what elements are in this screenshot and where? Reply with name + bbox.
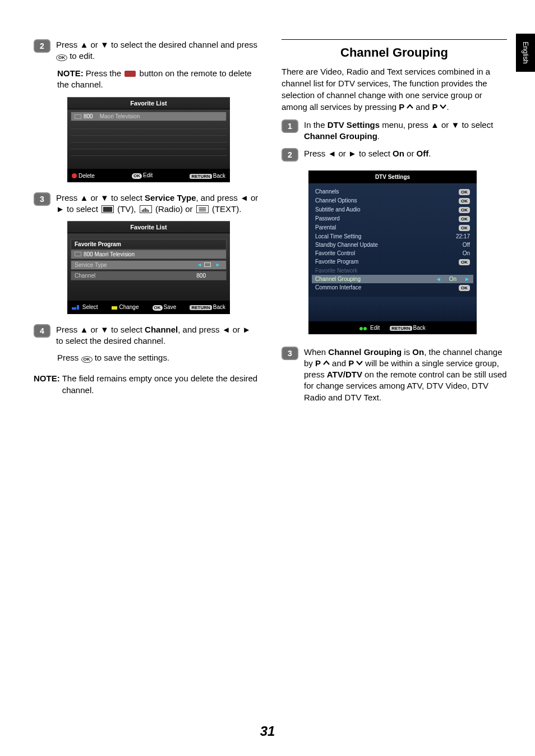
panel2-body: Favorite Program 800 Maori Television Se…: [67, 233, 230, 301]
nav-dot-icon: [359, 327, 363, 330]
text-service-icon: [196, 205, 209, 213]
radio-service-icon: [140, 205, 152, 213]
favorite-list-panel-2: Favorite List Favorite Program 800 Maori…: [67, 221, 230, 314]
step-4b-t1: Press: [57, 353, 81, 362]
dtv-row-value: OK: [459, 197, 470, 204]
dtv-row[interactable]: Favorite Network: [312, 266, 473, 275]
panel1-row-num: 800: [84, 113, 93, 119]
r-step-2-t3: .: [428, 149, 431, 158]
dtv-row-value: OK: [459, 224, 470, 231]
step-3: 3 Press ▲ or ▼ to select Service Type, a…: [34, 192, 259, 215]
return-pill-icon: RETURN: [390, 326, 412, 331]
r-step-2-body: Press ◄ or ► to select On or Off.: [304, 148, 507, 159]
step-4b-t2: to save the settings.: [93, 353, 170, 362]
dtv-row[interactable]: Subtitle and AudioOK: [312, 205, 473, 214]
tv-type-icon: [204, 262, 211, 267]
r-step-1-badge: 1: [282, 119, 298, 133]
r-step-2-t1: Press ◄ or ► to select: [304, 149, 393, 158]
dtv-row[interactable]: Local Time Setting22:17: [312, 232, 473, 241]
content-columns: 2 Press ▲ or ▼ to select the desired cha…: [0, 0, 535, 409]
p-dn-glyph: P: [432, 102, 447, 112]
dtv-row-label: Channels: [315, 188, 339, 195]
step-3-body: Press ▲ or ▼ to select Service Type, and…: [56, 192, 259, 215]
step-4-t1: Press ▲ or ▼ to select: [56, 325, 145, 334]
dtv-title: DTV Settings: [308, 170, 477, 184]
right-arrow-icon[interactable]: ►: [213, 262, 223, 268]
dtv-row-value: 22:17: [456, 233, 470, 239]
panel2-row0: 800 Maori Television: [71, 250, 227, 259]
p-up-glyph: P: [315, 358, 330, 368]
dtv-row-value: OK: [459, 259, 470, 265]
dtv-row-label: Common Interface: [315, 284, 361, 291]
step-3-tv: (TV),: [115, 204, 139, 214]
dtv-row[interactable]: Channel OptionsOK: [312, 196, 473, 205]
note-2-text: The field remains empty once you delete …: [62, 372, 259, 396]
section-title: Channel Grouping: [282, 45, 507, 60]
page-number: 31: [260, 723, 275, 739]
nav-dot-icon: [363, 327, 367, 330]
step-2: 2 Press ▲ or ▼ to select the desired cha…: [34, 39, 259, 62]
r-step-3-t2: is: [402, 347, 412, 357]
dtv-row[interactable]: Channel Grouping◄On►: [312, 275, 473, 283]
return-pill-icon: RETURN: [190, 305, 211, 310]
step-4: 4 Press ▲ or ▼ to select Channel, and pr…: [34, 324, 259, 347]
note-2-label: NOTE:: [34, 372, 60, 396]
nav-dot-icon: [77, 305, 79, 310]
panel2-footer: Select Change OKSave RETURNBack: [67, 301, 230, 314]
panel1-row-selected[interactable]: 800 Maori Television: [71, 112, 227, 121]
intro-b: .: [446, 102, 449, 112]
panel2-row1-label: Service Type: [75, 262, 195, 268]
dtv-row-value: OK: [459, 206, 470, 213]
r-step-3-and: and: [330, 358, 348, 368]
r-step-3-bold2: On: [412, 347, 424, 357]
dtv-row-label: Channel Grouping: [315, 276, 361, 282]
r-step-3-bold1: Channel Grouping: [328, 347, 402, 357]
step-4-badge: 4: [34, 324, 50, 338]
step-3-radio: (Radio) or: [153, 204, 195, 214]
step-2-t1: Press ▲ or ▼ to select the desired chann…: [56, 40, 257, 49]
panel2-row1[interactable]: Service Type ◄ ►: [71, 260, 227, 270]
red-dot-icon: [72, 173, 77, 178]
right-column: Channel Grouping There are Video, Radio …: [282, 39, 507, 409]
panel2-row0-name: 800 Maori Television: [84, 251, 135, 257]
p-dn-glyph: P: [348, 358, 363, 368]
dtv-row[interactable]: Common InterfaceOK: [312, 283, 473, 292]
dtv-row-label: Standby Channel Update: [315, 242, 378, 248]
note-1: NOTE: Press the button on the remote to …: [57, 68, 259, 91]
panel1-footer: Delete OKEdit RETURNBack: [67, 169, 230, 182]
dtv-row[interactable]: PasswordOK: [312, 214, 473, 223]
dtv-row[interactable]: Favorite ControlOn: [312, 249, 473, 257]
panel2-row2[interactable]: Channel 800: [71, 271, 227, 280]
tv-type-icon: [75, 252, 81, 256]
r-step-3-badge: 3: [282, 347, 298, 360]
dtv-row[interactable]: ParentalOK: [312, 223, 473, 232]
panel2-row2-label: Channel: [75, 273, 196, 279]
panel2-sub: Favorite Program: [71, 239, 227, 250]
dtv-row[interactable]: ChannelsOK: [312, 187, 473, 196]
step-2-body: Press ▲ or ▼ to select the desired chann…: [56, 39, 259, 62]
intro-a: There are Video, Radio and Text services…: [282, 67, 490, 112]
dtv-row-label: Parental: [315, 224, 336, 231]
favorite-list-panel-1: Favorite List 800 Maori Television Delet…: [67, 97, 230, 182]
r-step-1-t3: .: [377, 131, 380, 141]
left-arrow-icon[interactable]: ◄: [195, 262, 204, 268]
panel1-title: Favorite List: [67, 97, 230, 109]
svg-rect-4: [146, 209, 147, 212]
language-tab: English: [516, 34, 535, 72]
panel2-change: Change: [112, 304, 139, 310]
note-1-t1: Press the: [84, 68, 124, 78]
r-step-2-t2: or: [404, 149, 417, 158]
dtv-row[interactable]: Favorite ProgramOK: [312, 257, 473, 266]
nav-dot-icon: [112, 306, 117, 310]
dtv-row-value: OK: [459, 215, 470, 222]
svg-rect-5: [147, 210, 149, 213]
dtv-spacer: [308, 297, 477, 321]
svg-rect-2: [143, 209, 144, 212]
r-step-2-bold2: Off: [417, 149, 429, 158]
dtv-row[interactable]: Standby Channel UpdateOff: [312, 241, 473, 249]
r-step-2: 2 Press ◄ or ► to select On or Off.: [282, 148, 507, 162]
dtv-row-value: OK: [459, 284, 470, 291]
nav-dot-icon: [72, 307, 76, 310]
panel1-edit: OKEdit: [132, 172, 153, 179]
step-4-bold1: Channel: [145, 325, 178, 334]
